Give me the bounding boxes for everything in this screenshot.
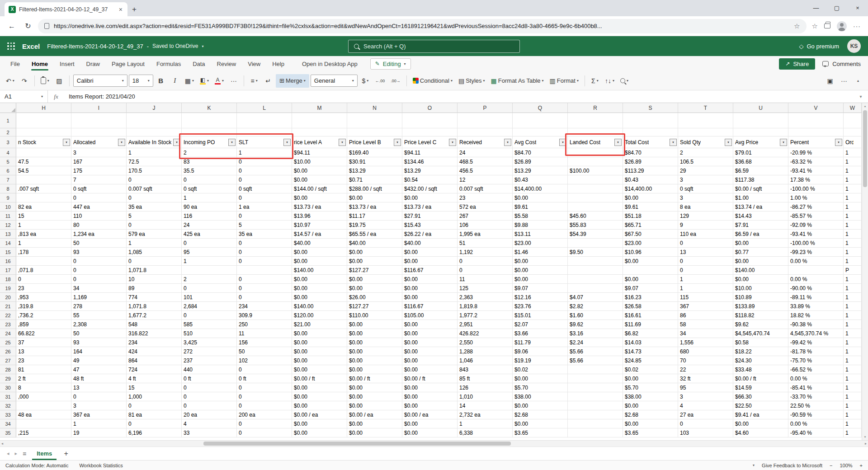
cell-V18[interactable]: 0.00 % <box>788 275 844 284</box>
cell-S15[interactable]: $10.96 <box>623 248 678 257</box>
cell-I17[interactable]: 0 <box>71 266 127 275</box>
cell-W33[interactable]: 1 <box>844 410 862 419</box>
cell-Q34[interactable]: $0.00 <box>513 419 568 428</box>
cell-U29[interactable]: $0.00 / ft <box>733 374 788 383</box>
cell-W10[interactable]: 1 <box>844 202 862 212</box>
cell-Q1[interactable] <box>513 113 568 128</box>
cell-P7[interactable]: 12 <box>458 175 513 184</box>
open-in-desktop-button[interactable]: Open in Desktop App <box>302 61 358 67</box>
cell-J20[interactable]: 774 <box>127 293 182 302</box>
cell-K17[interactable] <box>182 266 237 275</box>
cell-T4[interactable]: 2 <box>678 148 733 157</box>
cell-L9[interactable]: 0 <box>237 193 292 202</box>
cell-W1[interactable] <box>844 113 862 128</box>
cell-J33[interactable]: 81 ea <box>127 410 182 419</box>
column-header-V[interactable]: V <box>788 103 844 113</box>
cell-J6[interactable]: 170.5 <box>127 166 182 175</box>
cell-N18[interactable]: $0.00 <box>347 275 402 284</box>
cell-P20[interactable]: 2,363 <box>458 293 513 302</box>
cell-I21[interactable]: 278 <box>71 302 127 311</box>
cell-R15[interactable]: $9.50 <box>568 248 623 257</box>
cell-S18[interactable]: $0.00 <box>623 275 678 284</box>
cell-K9[interactable]: 1 <box>182 193 237 202</box>
cell-L24[interactable]: 11 <box>237 329 292 338</box>
row-header-29[interactable]: 29 <box>0 374 16 383</box>
cell-N22[interactable]: $110.00 <box>347 311 402 320</box>
font-size-select[interactable]: 18 ▾ <box>129 75 153 87</box>
cell-T19[interactable]: 1 <box>678 284 733 293</box>
cell-N20[interactable]: $26.00 <box>347 293 402 302</box>
column-header-M[interactable]: M <box>292 103 347 113</box>
cell-H25[interactable]: 37 <box>16 338 71 347</box>
cell-M28[interactable]: $0.00 <box>292 365 347 374</box>
app-launcher-icon[interactable] <box>7 42 15 50</box>
cell-M30[interactable]: $0.00 <box>292 383 347 392</box>
cell-M7[interactable]: $0.00 <box>292 175 347 184</box>
cell-L15[interactable]: 0 <box>237 248 292 257</box>
cell-U16[interactable]: $0.00 <box>733 257 788 266</box>
cell-S17[interactable] <box>623 266 678 275</box>
cell-O33[interactable]: $0.00 / ea <box>402 410 458 419</box>
row-header-2[interactable]: 2 <box>0 128 16 136</box>
cell-I16[interactable]: 0 <box>71 257 127 266</box>
row-header-12[interactable]: 12 <box>0 221 16 230</box>
cell-I13[interactable]: 1,234 ea <box>71 230 127 239</box>
cell-V7[interactable]: 17.38 % <box>788 175 844 184</box>
ribbon-tab-view[interactable]: View <box>242 56 266 71</box>
header-cell-M[interactable]: rice Level A▾ <box>292 136 347 148</box>
cell-O19[interactable]: $0.00 <box>402 284 458 293</box>
cell-T13[interactable]: 110 ea <box>678 230 733 239</box>
header-cell-Q[interactable]: Avg Cost▾ <box>513 136 568 148</box>
cell-W32[interactable]: 1 <box>844 401 862 410</box>
cell-T12[interactable]: 9 <box>678 221 733 230</box>
cell-P8[interactable]: 0.007 sqft <box>458 184 513 193</box>
number-format-select[interactable]: General ▾ <box>311 75 358 87</box>
file-name[interactable]: Filtered-Items-2021-04-20-12_49_37 <box>47 43 143 50</box>
cell-I14[interactable]: 50 <box>71 239 127 248</box>
cell-Q8[interactable]: $14,400.00 <box>513 184 568 193</box>
row-header-8[interactable]: 8 <box>0 184 16 193</box>
cell-L35[interactable]: 0 <box>237 428 292 437</box>
undo-button[interactable]: ↶▾ <box>4 74 17 88</box>
cell-J16[interactable]: 0 <box>127 257 182 266</box>
cell-N28[interactable]: $0.00 <box>347 365 402 374</box>
row-header-3[interactable]: 3 <box>0 136 16 148</box>
cell-L32[interactable]: 0 <box>237 401 292 410</box>
cell-M13[interactable]: $14.57 / ea <box>292 230 347 239</box>
cell-U10[interactable]: $13.74 / ea <box>733 202 788 212</box>
cell-R16[interactable] <box>568 257 623 266</box>
cell-U9[interactable]: $1.00 <box>733 193 788 202</box>
column-header-W[interactable]: W <box>844 103 862 113</box>
cell-K1[interactable] <box>182 113 237 128</box>
cell-K24[interactable]: 510 <box>182 329 237 338</box>
cell-Q14[interactable]: $23.00 <box>513 239 568 248</box>
cell-H26[interactable]: 13 <box>16 347 71 356</box>
cell-T27[interactable]: 70 <box>678 356 733 365</box>
cell-V13[interactable]: -93.41 % <box>788 230 844 239</box>
cell-S8[interactable]: $14,400.00 <box>623 184 678 193</box>
cell-L31[interactable]: 0 <box>237 392 292 401</box>
merge-button[interactable]: ⊞ Merge ▾ <box>276 74 309 88</box>
cell-J10[interactable]: 35 ea <box>127 202 182 212</box>
scroll-down-arrow[interactable]: ▾ <box>864 434 866 440</box>
filter-button-S[interactable]: ▾ <box>670 139 677 146</box>
avatar[interactable]: KS <box>847 39 861 53</box>
cell-P6[interactable]: 456.5 <box>458 166 513 175</box>
cell-S6[interactable]: $113.29 <box>623 166 678 175</box>
comments-button[interactable]: Comments <box>822 61 861 67</box>
cell-W28[interactable]: 1 <box>844 365 862 374</box>
ribbon-tab-formulas[interactable]: Formulas <box>151 56 187 71</box>
cell-H16[interactable] <box>16 257 71 266</box>
cell-T7[interactable]: 3 <box>678 175 733 184</box>
cell-H11[interactable]: 15 <box>16 212 71 221</box>
row-header-5[interactable]: 5 <box>0 157 16 166</box>
refresh-button[interactable]: ↻ <box>22 20 34 33</box>
cell-U33[interactable]: $9.41 / ea <box>733 410 788 419</box>
row-header-27[interactable]: 27 <box>0 356 16 365</box>
new-tab-button[interactable]: + <box>127 3 141 16</box>
cell-H1[interactable] <box>16 113 71 128</box>
cell-U25[interactable]: $0.58 <box>733 338 788 347</box>
zoom-out-button[interactable]: − <box>830 463 832 468</box>
font-name-select[interactable]: Calibri ▾ <box>73 75 127 87</box>
cell-U4[interactable]: $79.01 <box>733 148 788 157</box>
